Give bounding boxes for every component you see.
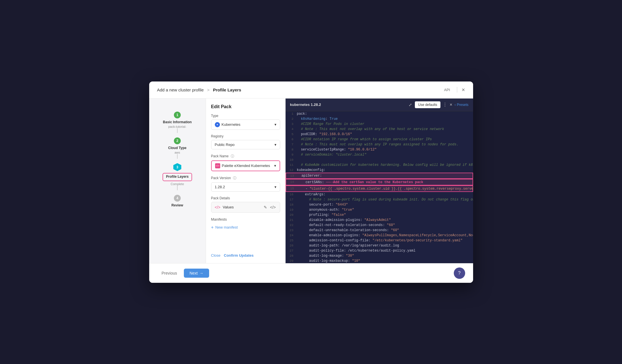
next-arrow-icon: → (199, 271, 203, 275)
pack-icon: </> (215, 163, 220, 168)
pack-version-select[interactable]: 1.28.2 ▾ (211, 182, 280, 192)
pack-name-info-icon: ⓘ (231, 154, 234, 158)
code-line-17: 17 # Note : secure-port flag is used dur… (286, 197, 473, 202)
code-line-29: 29 audit-log-maxbackup: "10" (286, 258, 473, 263)
code-line-8: 8 serviceClusterIpRange: "10.96.0.0/12" (286, 147, 473, 152)
breadcrumb-current: Profile Layers (213, 87, 241, 92)
code-panel-header: kubernetes 1.28.2 ⤢ Use defaults ⋮ × ‹ P… (286, 99, 473, 111)
registry-label: Registry (211, 134, 280, 138)
type-field: Type ✦ Kubernetes ▾ (211, 114, 280, 130)
registry-field: Registry Public Repo ▾ (211, 134, 280, 149)
registry-select[interactable]: Public Repo ▾ (211, 140, 280, 149)
step-label-2: Cloud Type (168, 146, 186, 150)
modal-body: 1 Basic Information pack-tutorial- 2 Clo… (149, 99, 473, 263)
manifests-label: Manifests (211, 217, 280, 221)
k8s-icon: ✦ (215, 122, 220, 127)
code-panel-actions: ⤢ Use defaults ⋮ × ‹ Presets (408, 101, 469, 108)
panel-title: Edit Pack (211, 104, 280, 109)
next-button[interactable]: Next → (184, 269, 209, 278)
pack-version-dropdown-icon: ▾ (274, 185, 276, 189)
step-sub-3: Complete (170, 182, 184, 186)
modal-footer: Previous Next → ? (149, 263, 473, 283)
pack-name-select[interactable]: </> Palette eXtended Kubernetes ▾ (211, 160, 280, 171)
sidebar: 1 Basic Information pack-tutorial- 2 Clo… (149, 99, 206, 263)
close-button[interactable]: × (462, 87, 465, 93)
code-line-12: 12 kubeadmconfig: (286, 168, 473, 173)
code-line-1: 1 pack: (286, 111, 473, 116)
values-left: </> Values (215, 205, 234, 210)
header-actions: API × (442, 87, 465, 93)
chevron-left-icon: ‹ (455, 103, 456, 107)
pack-details-label: Pack Details (211, 196, 280, 200)
step-badge-3: 3 (173, 163, 181, 171)
sidebar-item-profile-layers[interactable]: 3 Profile Layers Complete (149, 159, 206, 190)
panel-close-button[interactable]: × (450, 102, 452, 107)
pack-name-dropdown-icon: ▾ (274, 164, 276, 168)
step-badge-4: 4 (174, 195, 181, 202)
values-row: </> Values ✎ </> (211, 202, 280, 213)
step-badge-1: 1 (174, 112, 181, 118)
values-actions: ✎ </> (263, 204, 276, 210)
more-options-button[interactable]: ⋮ (443, 102, 447, 107)
breadcrumb-base: Add a new cluster profile (157, 87, 204, 92)
footer-nav: Previous Next → (157, 269, 209, 278)
code-line-27: 27 audit-policy-file: /etc/kubernetes/au… (286, 248, 473, 253)
new-manifest-button[interactable]: + New manifest (211, 224, 280, 231)
code-view-btn[interactable]: </> (269, 204, 276, 210)
type-dropdown-icon: ▾ (274, 122, 276, 127)
code-line-3: 3 #CIDR Range for Pods in cluster (286, 122, 473, 127)
code-line-23: 23 default-unreachable-toleration-second… (286, 228, 473, 233)
values-label: Values (223, 205, 234, 209)
step-label-1: Basic Information (163, 120, 192, 124)
step-active-box: Profile Layers (163, 173, 192, 181)
edit-pack-panel: Edit Pack Type ✦ Kubernetes ▾ Registry P… (206, 99, 286, 263)
pack-version-field: Pack Version ⓘ 1.28.2 ▾ (211, 176, 280, 192)
code-line-25: 25 admission-control-config-file: "/etc/… (286, 238, 473, 243)
code-line-6: 6 #CIDR notation IP range from which to … (286, 137, 473, 142)
sidebar-item-review[interactable]: 4 Review (149, 190, 206, 213)
code-line-9: 9 # serviceDomain: "cluster.local" (286, 152, 473, 157)
code-line-14: 14 certSANs: ——→Add the certSan value to… (286, 179, 473, 185)
code-icon: </> (215, 205, 220, 210)
help-icon: ? (458, 271, 461, 276)
code-line-7: 7 # Note : This must not overlap with an… (286, 142, 473, 147)
close-link-button[interactable]: Close (211, 253, 220, 258)
sidebar-item-basic-info[interactable]: 1 Basic Information pack-tutorial- (149, 107, 206, 133)
breadcrumb: Add a new cluster profile > Profile Laye… (157, 87, 241, 92)
expand-icon-btn[interactable]: ⤢ (408, 102, 413, 108)
code-line-19: 19 anonymous-auth: "true" (286, 207, 473, 212)
code-line-13: 13 apiServer: (286, 173, 473, 179)
presets-button[interactable]: ‹ Presets (455, 103, 469, 107)
confirm-updates-button[interactable]: Confirm Updates (224, 253, 254, 258)
code-line-20: 20 profiling: "false" (286, 212, 473, 217)
step-sub-2: aws (174, 151, 180, 154)
use-defaults-button[interactable]: Use defaults (415, 101, 441, 108)
step-label-3: Profile Layers (166, 175, 188, 179)
code-content: 1 pack: 2 k8sHardening: True 3 #CIDR Ran… (286, 111, 473, 263)
step-badge-2: 2 (174, 137, 181, 144)
code-line-18: 18 secure-port: "6443" (286, 202, 473, 207)
breadcrumb-separator: > (207, 87, 210, 92)
registry-dropdown-icon: ▾ (274, 143, 276, 147)
step-label-4: Review (171, 203, 183, 207)
type-select-value: ✦ Kubernetes (215, 122, 241, 127)
modal: Add a new cluster profile > Profile Laye… (149, 81, 473, 283)
api-button[interactable]: API (442, 87, 452, 93)
code-line-26: 26 audit-log-path: /var/log/apiserver/au… (286, 243, 473, 248)
edit-icon-btn[interactable]: ✎ (263, 204, 268, 210)
previous-button[interactable]: Previous (157, 269, 182, 278)
step-sub-1: pack-tutorial- (168, 125, 186, 128)
code-line-21: 21 disable-admission-plugins: "AlwaysAdm… (286, 217, 473, 223)
code-line-16: 16 extraArgs: (286, 192, 473, 197)
pack-version-info-icon: ⓘ (233, 176, 236, 180)
type-select[interactable]: ✦ Kubernetes ▾ (211, 120, 280, 130)
plus-icon: + (211, 225, 214, 230)
pack-details-field: Pack Details </> Values ✎ </> (211, 196, 280, 213)
help-fab-button[interactable]: ? (454, 267, 465, 279)
sidebar-item-cloud-type[interactable]: 2 Cloud Type aws (149, 133, 206, 159)
header-divider (457, 87, 457, 93)
pack-name-field: Pack Name ⓘ </> Palette eXtended Kuberne… (211, 154, 280, 171)
code-line-24: 24 enable-admission-plugins: "AlwaysPull… (286, 233, 473, 238)
manifests-section: Manifests + New manifest (211, 217, 280, 231)
code-line-22: 22 default-not-ready-toleration-seconds:… (286, 223, 473, 228)
